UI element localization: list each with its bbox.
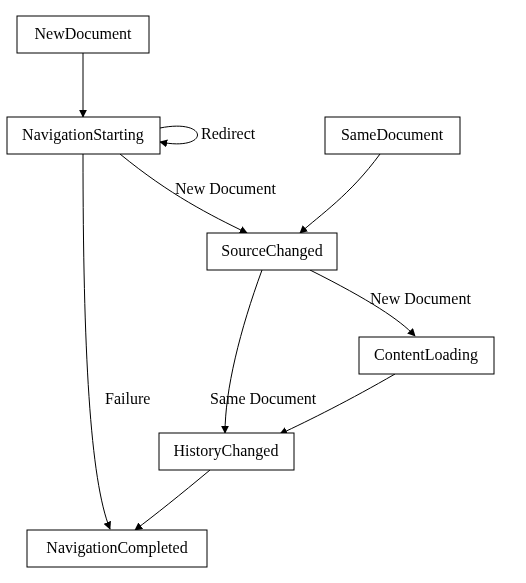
edge-label-redirect: Redirect (201, 125, 256, 142)
edge-sourcechanged-to-historychanged (225, 270, 262, 433)
node-navigationcompleted-label: NavigationCompleted (46, 539, 187, 557)
edge-navstart-to-navcompleted (83, 154, 110, 529)
node-newdocument-label: NewDocument (35, 25, 132, 42)
node-samedocument-label: SameDocument (341, 126, 444, 143)
node-sourcechanged: SourceChanged (207, 233, 337, 270)
node-navigationstarting: NavigationStarting (7, 117, 160, 154)
node-navigationcompleted: NavigationCompleted (27, 530, 207, 567)
edge-label-failure: Failure (105, 390, 150, 407)
edge-label-newdoc1: New Document (175, 180, 276, 197)
diagram-canvas: Redirect New Document Failure New Docume… (0, 0, 526, 583)
edge-navstart-self-redirect (160, 126, 198, 144)
node-samedocument: SameDocument (325, 117, 460, 154)
node-sourcechanged-label: SourceChanged (221, 242, 322, 260)
node-historychanged-label: HistoryChanged (174, 442, 279, 460)
node-contentloading: ContentLoading (359, 337, 494, 374)
node-newdocument: NewDocument (17, 16, 149, 53)
edge-historychanged-to-navcompleted (135, 470, 210, 530)
edge-label-samedocument: Same Document (210, 390, 317, 407)
edge-label-newdoc2: New Document (370, 290, 471, 307)
edge-samedoc-to-sourcechanged (300, 154, 380, 233)
node-historychanged: HistoryChanged (159, 433, 294, 470)
node-contentloading-label: ContentLoading (374, 346, 478, 364)
node-navigationstarting-label: NavigationStarting (22, 126, 144, 144)
